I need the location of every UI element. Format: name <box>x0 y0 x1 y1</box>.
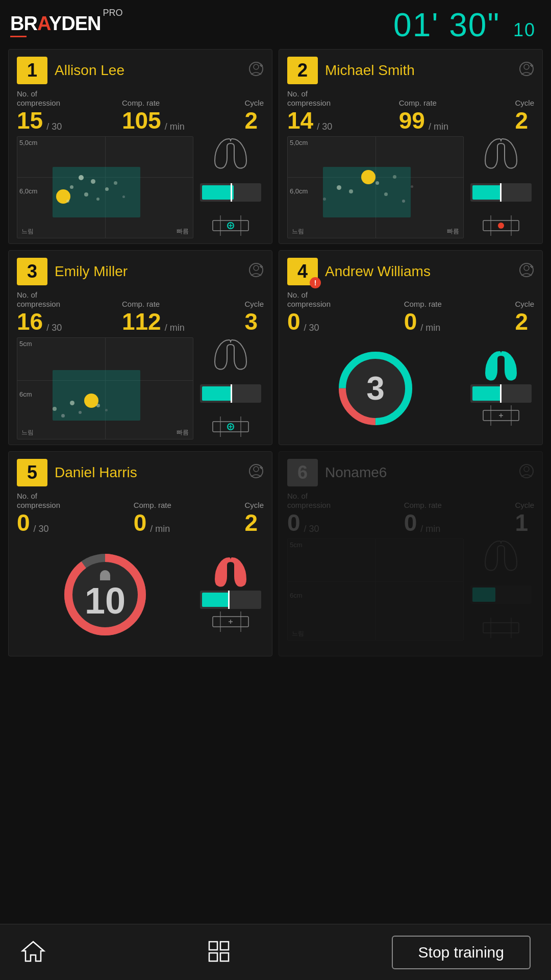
pressure-bar-4 <box>470 384 532 403</box>
student-grid: 1 Allison Lee No. ofcompression 15 / 30 … <box>0 46 551 659</box>
svg-point-1 <box>254 64 259 69</box>
cycle-label-3: Cycle <box>244 300 264 309</box>
depth-label-top-3: 5cm <box>19 340 32 348</box>
compressions-stat-1: No. ofcompression 15 / 30 <box>17 89 62 132</box>
comp-rate-unit-5: / min <box>150 524 170 534</box>
cycle-value-3: 3 <box>244 310 258 333</box>
speed-slow-3: 느림 <box>21 428 34 437</box>
compressions-stat-3: No. ofcompression 16 / 30 <box>17 290 62 333</box>
svg-point-11 <box>524 64 529 69</box>
compressions-stat-4: No. ofcompression 0 / 30 <box>287 290 331 333</box>
comp-rate-label-1: Comp. rate <box>122 99 160 108</box>
lung-svg-2 <box>478 136 524 172</box>
pressure-fill-2 <box>472 185 501 200</box>
countdown-container-4: 3 <box>287 348 464 429</box>
pressure-fill-1 <box>202 185 234 200</box>
cycle-stat-4: Cycle 2 <box>515 300 534 333</box>
compressions-value-3: 16 <box>17 310 43 333</box>
comp-rate-value-1: 105 <box>122 109 161 132</box>
pressure-line-3 <box>231 384 232 403</box>
add-student-icon-1[interactable] <box>248 61 264 80</box>
svg-rect-60 <box>220 942 229 950</box>
pressure-fill-4 <box>472 386 501 401</box>
student-card-1[interactable]: 1 Allison Lee No. ofcompression 15 / 30 … <box>8 49 272 244</box>
comp-rate-value-6: 0 <box>404 511 417 534</box>
depth-label-left-3: 6cm <box>19 390 32 398</box>
compressions-label-5: No. ofcompression <box>17 492 60 510</box>
lung-area-5 <box>197 555 264 634</box>
pressure-bar-1 <box>200 183 261 202</box>
svg-rect-59 <box>209 942 217 950</box>
grid-button[interactable] <box>206 939 232 966</box>
depth-label-left-2: 6,0cm <box>290 187 308 195</box>
stop-training-button[interactable]: Stop training <box>392 936 531 969</box>
compressions-total-5: / 30 <box>34 524 49 534</box>
countdown-value-4: 3 <box>366 370 385 407</box>
comp-rate-unit-2: / min <box>429 121 448 132</box>
comp-rate-stat-3: Comp. rate 112 / min <box>122 300 185 333</box>
cycle-value-6: 1 <box>515 511 528 534</box>
stats-row-2: No. ofcompression 14 / 30 Comp. rate 99 … <box>287 89 534 132</box>
countdown-circle-4: 3 <box>335 348 416 429</box>
bottom-navigation: Stop training <box>0 924 551 980</box>
svg-point-54 <box>524 467 529 472</box>
add-student-icon-2[interactable] <box>519 61 534 80</box>
lung-area-2 <box>468 136 534 238</box>
comp-rate-stat-2: Comp. rate 99 / min <box>399 99 448 132</box>
student-name-3: Emily Miller <box>55 263 248 280</box>
student-card-2[interactable]: 2 Michael Smith No. ofcompression 14 / 3… <box>279 49 543 244</box>
scatter-chart-3: 5cm 6cm 느림 빠름 <box>17 337 193 439</box>
student-card-4[interactable]: 4 ! Andrew Williams No. ofcompression 0 … <box>279 250 543 445</box>
add-student-icon-5[interactable] <box>248 463 264 482</box>
vent-svg-2 <box>481 213 521 238</box>
speed-fast-1: 빠름 <box>177 227 189 236</box>
add-student-icon-3[interactable] <box>248 262 264 281</box>
comp-rate-stat-1: Comp. rate 105 / min <box>122 99 185 132</box>
student-card-3[interactable]: 3 Emily Miller No. ofcompression 16 / 30… <box>8 250 272 445</box>
compressions-label-2: No. ofcompression <box>287 89 331 108</box>
cycle-value-5: 2 <box>244 511 258 534</box>
depth-label-left-6: 6cm <box>290 592 303 599</box>
svg-point-42 <box>254 467 259 472</box>
comp-rate-unit-4: / min <box>420 323 440 333</box>
compressions-total-3: / 30 <box>46 323 62 333</box>
timer-minutes: 01' <box>393 7 439 43</box>
pressure-bar-3 <box>200 384 261 403</box>
stats-row-5: No. ofcompression 0 / 30 Comp. rate 0 / … <box>17 492 264 534</box>
home-icon <box>20 939 46 964</box>
comp-rate-label-6: Comp. rate <box>404 501 442 510</box>
countdown-inner-5: 10 <box>85 570 126 619</box>
home-button[interactable] <box>20 939 46 966</box>
comp-rate-stat-5: Comp. rate 0 / min <box>134 501 171 534</box>
compressions-label-4: No. ofcompression <box>287 290 331 309</box>
svg-rect-61 <box>209 953 217 961</box>
comp-rate-label-3: Comp. rate <box>122 300 160 309</box>
cycle-value-2: 2 <box>515 109 528 132</box>
lung-area-3 <box>197 337 264 439</box>
warning-icon-4: ! <box>310 277 321 288</box>
cycle-stat-1: Cycle 2 <box>244 99 264 132</box>
student-number-5: 5 <box>17 459 47 486</box>
countdown-circle-5: 10 <box>59 549 151 641</box>
vent-svg-5 <box>210 609 251 634</box>
student-card-6[interactable]: 6 Noname6 No. ofcompression 0 / 30 Comp.… <box>279 451 543 656</box>
pressure-fill-5 <box>202 593 230 607</box>
student-name-2: Michael Smith <box>325 62 519 79</box>
timer-display: 01' 30" 10 <box>393 6 536 44</box>
logo-pro: PRO <box>103 8 122 18</box>
student-number-3: 3 <box>17 258 47 285</box>
student-card-5[interactable]: 5 Daniel Harris No. ofcompression 0 / 30… <box>8 451 272 656</box>
speed-slow-2: 느림 <box>292 227 304 236</box>
lung-area-6 <box>468 538 534 641</box>
add-student-icon-6[interactable] <box>519 463 534 482</box>
svg-marker-58 <box>22 942 44 961</box>
lung-area-1 <box>197 136 264 238</box>
cycle-label-4: Cycle <box>515 300 534 309</box>
logo: BRAYDEN PRO <box>10 13 122 37</box>
compressions-value-5: 0 <box>17 511 30 534</box>
add-student-icon-4[interactable] <box>519 262 534 281</box>
comp-rate-unit-3: / min <box>165 323 185 333</box>
card-header-3: 3 Emily Miller <box>17 258 264 285</box>
student-name-5: Daniel Harris <box>55 464 248 481</box>
vent-svg-1 <box>210 213 251 238</box>
